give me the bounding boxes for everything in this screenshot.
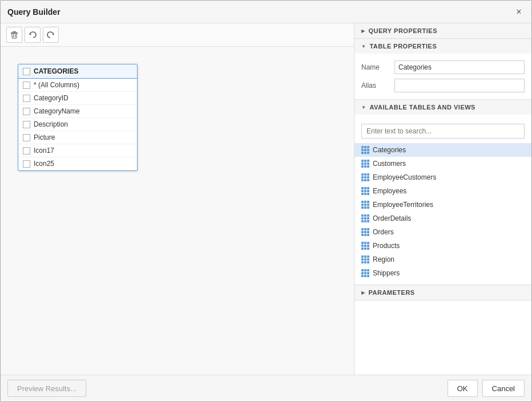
table-item-label: Shippers [373,269,400,277]
alias-row: Alias [354,76,531,95]
triangle-expanded-icon: ▼ [361,44,366,49]
table-row-item[interactable]: * (All Columns) [18,79,137,92]
query-properties-header[interactable]: ▶ QUERY PROPERTIES [354,23,531,38]
available-tables-section: ▼ AVAILABLE TABLES AND VIEWS CategoriesC… [354,100,531,285]
available-tables-label: AVAILABLE TABLES AND VIEWS [369,104,475,111]
triangle-tables-icon: ▼ [361,105,366,110]
svg-rect-1 [13,31,16,32]
row-checkbox[interactable] [23,147,30,155]
query-builder-dialog: Query Builder × [0,0,532,402]
alias-input[interactable] [394,79,525,92]
table-item-label: Region [373,255,394,263]
row-checkbox[interactable] [23,134,30,141]
grid-icon [361,173,369,181]
dialog-footer: Preview Results... OK Cancel [1,375,531,401]
table-item-label: EmployeeTerritories [373,201,433,209]
alias-label: Alias [361,82,390,90]
dialog-header: Query Builder × [1,1,531,23]
grid-icon [361,201,369,209]
undo-button[interactable] [25,27,41,43]
name-label: Name [361,63,390,71]
table-item-label: OrderDetails [373,214,411,222]
query-properties-label: QUERY PROPERTIES [369,27,437,34]
row-label: CategoryName [34,107,80,115]
triangle-params-icon: ▶ [361,290,365,295]
table-list-item[interactable]: Shippers [354,266,531,280]
triangle-icon: ▶ [361,29,365,34]
table-card-categories[interactable]: CATEGORIES * (All Columns)CategoryIDCate… [18,64,138,171]
header-checkbox[interactable] [23,68,30,75]
table-list-item[interactable]: EmployeeCustomers [354,170,531,184]
canvas-area: CATEGORIES * (All Columns)CategoryIDCate… [1,47,354,375]
table-name-label: CATEGORIES [34,67,78,75]
name-input[interactable] [394,60,525,74]
grid-icon [361,214,369,222]
row-label: CategoryID [34,94,68,102]
available-tables-header[interactable]: ▼ AVAILABLE TABLES AND VIEWS [354,100,531,115]
row-label: Picture [34,133,55,141]
table-properties-label: TABLE PROPERTIES [369,43,437,50]
table-rows: * (All Columns)CategoryIDCategoryNameDes… [18,79,137,170]
grid-icon [361,269,369,277]
table-item-label: Categories [373,146,406,154]
table-item-label: Orders [373,228,394,236]
redo-button[interactable] [43,27,59,43]
row-label: * (All Columns) [34,81,79,89]
row-checkbox[interactable] [23,108,30,115]
table-list-item[interactable]: Orders [354,225,531,239]
preview-results-button[interactable]: Preview Results... [7,380,86,397]
table-row-item[interactable]: Icon17 [18,144,137,157]
row-checkbox[interactable] [23,82,30,89]
table-item-label: Products [373,242,400,250]
grid-icon [361,242,369,250]
table-row-item[interactable]: Description [18,118,137,131]
table-row-item[interactable]: Icon25 [18,157,137,170]
main-area: CATEGORIES * (All Columns)CategoryIDCate… [1,23,354,375]
table-list-item[interactable]: Categories [354,143,531,157]
delete-button[interactable] [6,27,22,43]
footer-right: OK Cancel [448,380,525,397]
row-checkbox[interactable] [23,95,30,102]
table-list-item[interactable]: Region [354,253,531,266]
parameters-label: PARAMETERS [369,289,415,296]
table-list-item[interactable]: Customers [354,157,531,170]
grid-icon [361,187,369,195]
toolbar [1,23,354,47]
grid-icon [361,146,369,154]
table-card-header: CATEGORIES [18,64,137,79]
parameters-header[interactable]: ▶ PARAMETERS [354,285,531,300]
available-tables-content: CategoriesCustomersEmployeeCustomersEmpl… [354,115,531,285]
table-row-item[interactable]: Picture [18,131,137,144]
parameters-section: ▶ PARAMETERS [354,285,531,301]
table-item-label: Employees [373,187,406,195]
table-properties-section: ▼ TABLE PROPERTIES Name Alias [354,39,531,100]
query-properties-section: ▶ QUERY PROPERTIES [354,23,531,39]
grid-icon [361,228,369,236]
right-panel: ▶ QUERY PROPERTIES ▼ TABLE PROPERTIES Na… [354,23,531,375]
cancel-button[interactable]: Cancel [482,380,525,397]
row-label: Icon25 [34,160,54,168]
available-tables-list: CategoriesCustomersEmployeeCustomersEmpl… [354,143,531,280]
table-row-item[interactable]: CategoryID [18,92,137,105]
close-button[interactable]: × [513,6,525,18]
table-list-item[interactable]: EmployeeTerritories [354,198,531,212]
dialog-title: Query Builder [7,7,61,17]
row-checkbox[interactable] [23,160,30,168]
grid-icon [361,255,369,263]
table-list-item[interactable]: Employees [354,184,531,198]
ok-button[interactable]: OK [448,380,478,397]
name-row: Name [354,58,531,76]
row-label: Icon17 [34,147,54,155]
table-item-label: EmployeeCustomers [373,173,436,181]
footer-left: Preview Results... [7,380,86,397]
table-row-item[interactable]: CategoryName [18,105,137,118]
table-properties-content: Name Alias [354,54,531,99]
row-label: Description [34,120,68,128]
grid-icon [361,160,369,168]
table-list-item[interactable]: Products [354,239,531,253]
row-checkbox[interactable] [23,121,30,128]
table-list-item[interactable]: OrderDetails [354,212,531,225]
table-item-label: Customers [373,160,406,168]
table-properties-header[interactable]: ▼ TABLE PROPERTIES [354,39,531,54]
search-input[interactable] [361,124,525,139]
